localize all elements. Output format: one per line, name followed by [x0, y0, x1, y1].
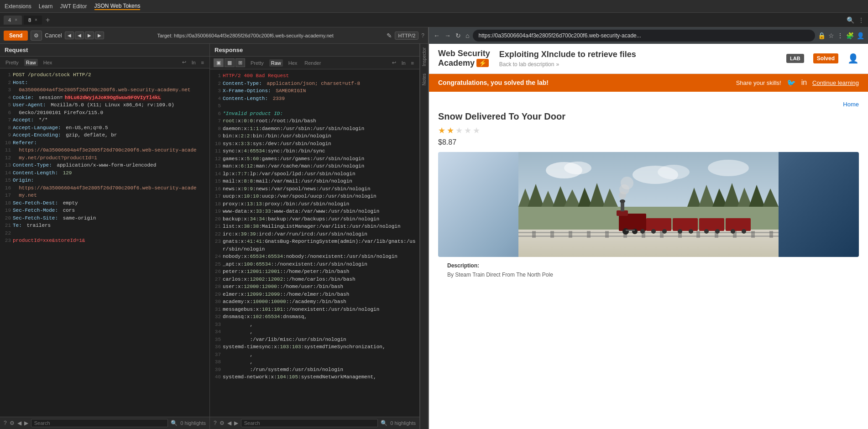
res-tab-render[interactable]: Render [303, 59, 323, 67]
res-nav-next-btn[interactable]: ▶ [234, 420, 238, 426]
svg-point-50 [742, 229, 746, 234]
req-wrap-btn[interactable]: ↩ [180, 58, 188, 66]
home-link[interactable]: Home [438, 101, 859, 108]
cancel-button[interactable]: Cancel [45, 32, 62, 39]
inspector-btn[interactable]: Inspector [421, 46, 428, 68]
tab-bar: 4 × 8 × + 🔍 ⋮ [0, 13, 868, 27]
product-stars: ★ ★ ★ ★ ★ [438, 126, 859, 136]
request-search-button[interactable]: 🔍 [171, 420, 178, 426]
continue-learning-link[interactable]: Continue learning [812, 79, 859, 86]
browser-chrome: ← → ↻ ⌂ 🔒 ☆ ⋮ 🧩 👤 [429, 27, 868, 44]
svg-rect-26 [550, 231, 554, 238]
side-panel: Inspector Notes [420, 44, 428, 429]
req-tab-pretty[interactable]: Pretty [4, 59, 21, 66]
wsa-back-link[interactable]: Back to lab description » [499, 61, 777, 68]
req-nav-next-btn[interactable]: ▶ [24, 420, 28, 426]
nav-next2-button[interactable]: ▶ [95, 31, 104, 39]
request-search-input[interactable] [31, 419, 168, 427]
res-view-btn-3[interactable]: ⊞ [235, 58, 245, 67]
res-nav-prev-btn[interactable]: ◀ [227, 420, 231, 426]
request-code-area: 1POST /product/stock HTTP/2 2Host: 3 0a3… [0, 68, 209, 417]
svg-point-44 [662, 229, 667, 234]
req-ln-btn[interactable]: ln [190, 58, 198, 66]
send-settings-button[interactable]: ⚙ [31, 31, 42, 41]
twitter-icon[interactable]: 🐦 [787, 78, 796, 87]
res-settings-btn[interactable]: ⚙ [220, 420, 225, 426]
svg-point-49 [731, 229, 735, 234]
browser-home-btn[interactable]: ⌂ [465, 31, 470, 40]
request-highlights-badge: 0 highlights [180, 420, 206, 426]
description-title: Description: [447, 262, 850, 269]
res-view-btn-1[interactable]: ▣ [214, 58, 224, 67]
browser-bookmark-icon[interactable]: ☆ [828, 32, 834, 39]
tab-more-icon[interactable]: ⋮ [858, 16, 864, 24]
req-nav-prev-btn[interactable]: ◀ [17, 420, 21, 426]
nav-prev-button[interactable]: ◀ [65, 31, 74, 39]
tab-4-close[interactable]: × [15, 17, 17, 22]
request-tab-actions: ↩ ln ≡ [180, 58, 206, 66]
send-button[interactable]: Send [4, 31, 28, 41]
req-menu-btn[interactable]: ≡ [199, 58, 206, 66]
congrats-message: Congratulations, you solved the lab! [438, 79, 731, 86]
browser-url-bar[interactable] [473, 30, 815, 42]
menu-extensions[interactable]: Extensions [5, 3, 31, 10]
svg-rect-27 [569, 231, 572, 238]
res-ln-btn[interactable]: ln [400, 59, 408, 67]
star-5: ★ [473, 126, 480, 136]
req-tab-raw[interactable]: Raw [24, 59, 38, 66]
svg-rect-38 [769, 231, 773, 238]
wsa-lab-title-section: Exploiting XInclude to retrieve files Ba… [499, 50, 777, 68]
response-view-buttons: ▣ ▦ ⊞ [214, 58, 245, 67]
tab-8-close[interactable]: × [35, 17, 37, 22]
res-wrap-btn[interactable]: ↩ [390, 59, 398, 67]
tab-4-label: 4 [8, 17, 11, 23]
svg-rect-42 [726, 218, 751, 231]
res-view-btn-2[interactable]: ▦ [225, 58, 235, 67]
svg-point-47 [704, 229, 709, 234]
res-tab-hex[interactable]: Hex [287, 59, 299, 67]
user-icon[interactable]: 👤 [847, 53, 859, 64]
res-help-btn[interactable]: ? [214, 420, 217, 426]
wsa-logo: Web Security Academy ⚡ [438, 49, 490, 68]
svg-point-48 [715, 229, 720, 234]
response-search-button[interactable]: 🔍 [381, 420, 387, 426]
req-settings-btn[interactable]: ⚙ [10, 420, 15, 426]
response-bottom-bar: ? ⚙ ◀ ▶ 🔍 0 highlights [210, 417, 419, 429]
res-tab-raw[interactable]: Raw [269, 59, 283, 67]
wsa-header: Web Security Academy ⚡ Exploiting XInclu… [429, 44, 868, 74]
browser-back-btn[interactable]: ← [433, 31, 441, 40]
browser-extension-icon[interactable]: 🧩 [846, 32, 854, 39]
new-tab-button[interactable]: + [44, 16, 52, 24]
req-help-btn[interactable]: ? [4, 420, 7, 426]
nav-next-button[interactable]: ▶ [85, 31, 94, 39]
browser-profile-icon[interactable]: 👤 [857, 32, 864, 39]
help-icon[interactable]: ? [421, 32, 424, 39]
svg-rect-24 [518, 235, 779, 237]
request-panel: Request Pretty Raw Hex ↩ ln ≡ 1POST /pro… [0, 44, 210, 429]
notes-btn[interactable]: Notes [421, 72, 428, 87]
tab-search-icon[interactable]: 🔍 [847, 16, 854, 24]
browser-forward-btn[interactable]: → [444, 31, 452, 40]
response-search-input[interactable] [241, 419, 378, 427]
linkedin-icon[interactable]: in [801, 78, 807, 87]
browser-icons: 🔒 ☆ ⋮ 🧩 👤 [818, 32, 864, 39]
svg-rect-61 [626, 230, 635, 231]
nav-prev2-button[interactable]: ◀ [75, 31, 84, 39]
browser-refresh-btn[interactable]: ↻ [455, 31, 462, 40]
svg-rect-34 [696, 231, 700, 238]
browser-menu-icon[interactable]: ⋮ [837, 32, 843, 39]
req-tab-hex[interactable]: Hex [42, 59, 54, 66]
response-code-area: 1HTTP/2 400 Bad Request 2Content-Type: a… [210, 69, 419, 417]
tab-4[interactable]: 4 × [4, 16, 22, 25]
res-menu-btn[interactable]: ≡ [409, 59, 416, 67]
edit-target-icon[interactable]: ✎ [387, 32, 392, 39]
burp-panel: Send ⚙ Cancel ◀ ◀ ▶ ▶ Target: https://0a… [0, 27, 429, 429]
menu-json-web-tokens[interactable]: JSON Web Tokens [94, 3, 141, 10]
svg-rect-37 [751, 231, 755, 238]
menu-learn[interactable]: Learn [39, 3, 53, 10]
menu-jwt-editor[interactable]: JWT Editor [60, 3, 87, 10]
svg-point-46 [689, 229, 693, 234]
tab-8[interactable]: 8 × [24, 16, 42, 25]
res-tab-pretty[interactable]: Pretty [249, 59, 266, 67]
congrats-bar: Congratulations, you solved the lab! Sha… [429, 74, 868, 92]
